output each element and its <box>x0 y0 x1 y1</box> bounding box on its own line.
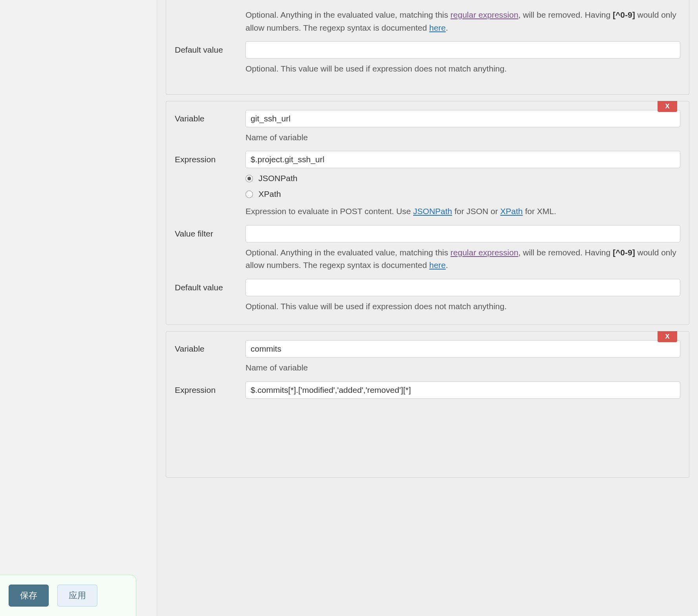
default-value-input[interactable] <box>245 279 680 296</box>
radio-xpath-label: XPath <box>258 189 281 199</box>
expression-help: Expression to evaluate in POST content. … <box>245 205 680 218</box>
xpath-link[interactable]: XPath <box>500 207 523 216</box>
regex-doc-link[interactable]: here <box>429 260 446 270</box>
variable-label: Variable <box>175 340 245 354</box>
radio-jsonpath[interactable]: JSONPath <box>245 174 680 183</box>
radio-dot-icon <box>245 191 253 198</box>
expression-type-radio-group: JSONPath XPath <box>245 174 680 199</box>
variable-name-input[interactable] <box>245 110 680 127</box>
variable-section-1: X Variable Name of variable Expression J… <box>166 101 689 325</box>
variable-name-help: Name of variable <box>245 131 680 144</box>
delete-variable-button[interactable]: X <box>658 331 677 342</box>
regex-link[interactable]: regular expression <box>451 248 518 257</box>
jsonpath-link[interactable]: JSONPath <box>413 207 452 216</box>
value-filter-help: Optional. Anything in the evaluated valu… <box>245 9 680 34</box>
save-button[interactable]: 保存 <box>9 585 49 607</box>
regex-doc-link[interactable]: here <box>429 23 446 32</box>
value-filter-help: Optional. Anything in the evaluated valu… <box>245 246 680 272</box>
default-value-label: Default value <box>175 41 245 55</box>
default-value-help: Optional. This value will be used if exp… <box>245 300 680 313</box>
variable-section-0: Optional. Anything in the evaluated valu… <box>166 0 689 95</box>
variable-name-help: Name of variable <box>245 361 680 374</box>
radio-dot-icon <box>245 175 253 182</box>
variable-section-2: X Variable Name of variable Expression <box>166 331 689 478</box>
value-filter-label: Value filter <box>175 225 245 238</box>
main-content: Optional. Anything in the evaluated valu… <box>157 0 698 616</box>
variable-label: Variable <box>175 110 245 123</box>
default-value-help: Optional. This value will be used if exp… <box>245 62 680 75</box>
default-value-label: Default value <box>175 279 245 292</box>
action-bar: 保存 应用 <box>0 575 136 616</box>
apply-button[interactable]: 应用 <box>57 585 97 607</box>
regex-link[interactable]: regular expression <box>451 10 518 19</box>
delete-variable-button[interactable]: X <box>658 101 677 112</box>
sidebar <box>0 0 157 616</box>
expression-input[interactable] <box>245 151 680 168</box>
expression-label: Expression <box>175 381 245 395</box>
value-filter-input[interactable] <box>245 225 680 242</box>
expression-input[interactable] <box>245 381 680 399</box>
radio-xpath[interactable]: XPath <box>245 189 680 199</box>
expression-label: Expression <box>175 151 245 164</box>
variable-name-input[interactable] <box>245 340 680 358</box>
radio-jsonpath-label: JSONPath <box>258 174 297 183</box>
default-value-input[interactable] <box>245 41 680 59</box>
value-filter-label-placeholder <box>175 0 245 4</box>
